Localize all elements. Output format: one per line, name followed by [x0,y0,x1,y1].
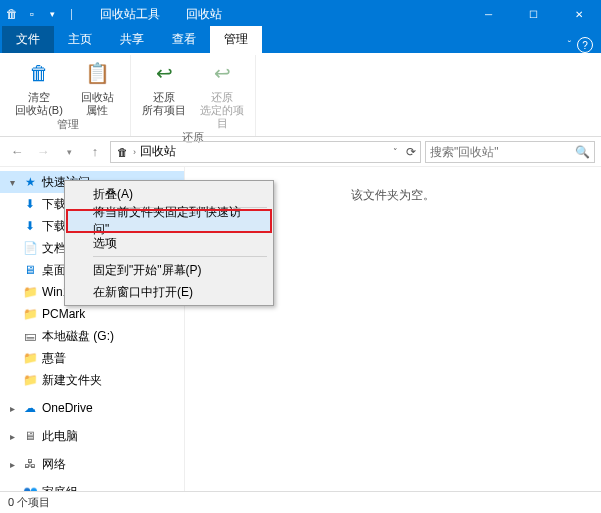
tab-file[interactable]: 文件 [2,26,54,53]
tree-label: 文档 [42,240,66,257]
properties-icon: 📋 [81,57,113,89]
folder-icon: 📁 [22,306,38,322]
folder-icon: 📁 [22,372,38,388]
tree-label: 此电脑 [42,428,78,445]
qat-dropdown-icon[interactable]: ▾ [44,6,60,22]
search-icon[interactable]: 🔍 [575,145,590,159]
menu-pin-to-quick-access[interactable]: 将当前文件夹固定到"快速访问" [67,210,271,232]
menu-separator [93,256,267,257]
menu-collapse[interactable]: 折叠(A) [67,183,271,205]
expand-icon[interactable]: ▸ [6,487,18,492]
tree-label: 惠普 [42,350,66,367]
recent-locations-button[interactable]: ▾ [58,141,80,163]
back-button[interactable]: ← [6,141,28,163]
tree-label: OneDrive [42,401,93,415]
folder-icon: 📁 [22,284,38,300]
ribbon-group-label: 管理 [57,117,79,134]
tab-view[interactable]: 查看 [158,26,210,53]
tree-label: 网络 [42,456,66,473]
empty-bin-icon: 🗑 [23,57,55,89]
ribbon-group-manage: 🗑 清空回收站(B) 📋 回收站属性 管理 [6,55,131,136]
menu-pin-to-start[interactable]: 固定到"开始"屏幕(P) [67,259,271,281]
forward-button[interactable]: → [32,141,54,163]
tab-share[interactable]: 共享 [106,26,158,53]
dropdown-icon[interactable]: ˅ [393,147,398,157]
window-title: 回收站 [176,0,232,28]
restore-selected-button[interactable]: ↩ 还原选定的项目 [197,57,247,130]
cloud-icon: ☁ [22,400,38,416]
download-icon: ⬇ [22,218,38,234]
quick-access-toolbar: 🗑 ▫ ▾ │ [0,0,84,28]
maximize-button[interactable]: ☐ [511,0,556,28]
tree-item-folder[interactable]: 📁 惠普 [0,347,184,369]
recycle-bin-icon: 🗑 [115,145,129,159]
help-icon[interactable]: ? [577,37,593,53]
chevron-right-icon[interactable]: › [133,147,136,157]
restore-selected-icon: ↩ [206,57,238,89]
homegroup-icon: 👥 [22,484,38,491]
status-bar: 0 个项目 [0,491,601,513]
tree-homegroup[interactable]: ▸ 👥 家庭组 [0,481,184,491]
tab-home[interactable]: 主页 [54,26,106,53]
address-bar[interactable]: 🗑 › 回收站 ˅ ⟳ [110,141,421,163]
tree-item-folder[interactable]: 📁 PCMark [0,303,184,325]
close-button[interactable]: ✕ [556,0,601,28]
ribbon: 🗑 清空回收站(B) 📋 回收站属性 管理 ↩ 还原所有项目 ↩ 还原选定的项目… [0,53,601,137]
restore-all-icon: ↩ [148,57,180,89]
tree-item-drive[interactable]: 🖴 本地磁盘 (G:) [0,325,184,347]
tree-label: 桌面 [42,262,66,279]
expand-icon[interactable]: ▸ [6,403,18,414]
tree-onedrive[interactable]: ▸ ☁ OneDrive [0,397,184,419]
search-box[interactable]: 🔍 [425,141,595,163]
refresh-icon[interactable]: ⟳ [406,145,416,159]
ribbon-collapse-icon[interactable]: ˇ [568,40,571,51]
tree-label: 家庭组 [42,484,78,492]
desktop-icon: 🖥 [22,262,38,278]
minimize-button[interactable]: ─ [466,0,511,28]
tree-label: 新建文件夹 [42,372,102,389]
star-icon: ★ [22,174,38,190]
tree-label: 下载 [42,196,66,213]
breadcrumb[interactable]: 回收站 [140,143,176,160]
expand-icon[interactable]: ▸ [6,459,18,470]
title-bar: 🗑 ▫ ▾ │ 回收站工具 回收站 ─ ☐ ✕ [0,0,601,28]
up-button[interactable]: ↑ [84,141,106,163]
window-controls: ─ ☐ ✕ [466,0,601,28]
contextual-tab-title: 回收站工具 [84,0,176,28]
tree-label: PCMark [42,307,85,321]
navigation-bar: ← → ▾ ↑ 🗑 › 回收站 ˅ ⟳ 🔍 [0,137,601,167]
network-icon: 🖧 [22,456,38,472]
recycle-bin-icon: 🗑 [4,6,20,22]
pc-icon: 🖥 [22,428,38,444]
tree-this-pc[interactable]: ▸ 🖥 此电脑 [0,425,184,447]
recycle-bin-properties-button[interactable]: 📋 回收站属性 [72,57,122,117]
context-menu: 折叠(A) 将当前文件夹固定到"快速访问" 选项 固定到"开始"屏幕(P) 在新… [64,180,274,306]
expand-icon[interactable]: ▸ [6,431,18,442]
download-icon: ⬇ [22,196,38,212]
drive-icon: 🖴 [22,328,38,344]
tab-manage[interactable]: 管理 [210,26,262,53]
tree-item-folder[interactable]: 📁 新建文件夹 [0,369,184,391]
menu-open-new-window[interactable]: 在新窗口中打开(E) [67,281,271,303]
search-input[interactable] [430,145,575,159]
folder-icon: 📁 [22,350,38,366]
qat-separator-icon: │ [64,6,80,22]
ribbon-group-restore: ↩ 还原所有项目 ↩ 还原选定的项目 还原 [131,55,256,136]
document-icon: 📄 [22,240,38,256]
empty-recycle-bin-button[interactable]: 🗑 清空回收站(B) [14,57,64,117]
tree-label: 本地磁盘 (G:) [42,328,114,345]
tree-label: 下载 [42,218,66,235]
item-count: 0 个项目 [8,495,50,510]
restore-all-button[interactable]: ↩ 还原所有项目 [139,57,189,130]
qat-item-icon[interactable]: ▫ [24,6,40,22]
menu-options[interactable]: 选项 [67,232,271,254]
ribbon-tabs: 文件 主页 共享 查看 管理 ˇ ? [0,28,601,53]
tree-network[interactable]: ▸ 🖧 网络 [0,453,184,475]
collapse-icon[interactable]: ▾ [6,177,18,188]
